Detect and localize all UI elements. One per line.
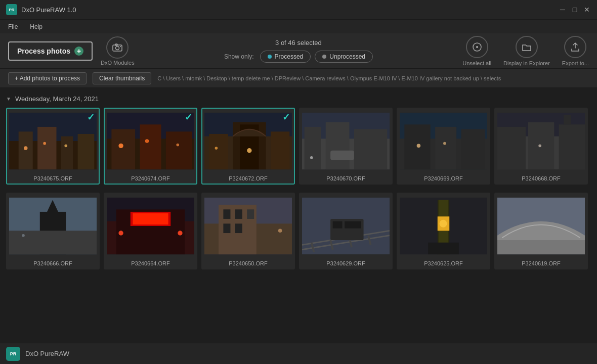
photo-thumbnail [497, 111, 585, 171]
unselect-all-icon [466, 36, 488, 58]
unprocessed-filter-button[interactable]: Unprocessed [315, 51, 373, 63]
date-header[interactable]: ▼ Wednesday, March 24, 2021 [4, 92, 593, 106]
process-photos-button[interactable]: Process photos + [8, 41, 93, 61]
svg-point-72 [278, 229, 282, 233]
svg-point-22 [176, 144, 179, 147]
chevron-down-icon: ▼ [6, 96, 11, 102]
toolbar: Process photos + DxO Modules 3 of 46 sel… [0, 33, 597, 69]
add-photos-button[interactable]: + Add photos to process [8, 72, 87, 84]
close-button[interactable]: ✕ [583, 6, 591, 14]
svg-rect-17 [111, 129, 135, 169]
breadcrumb: C \ Users \ mtomk \ Desktop \ temp delet… [157, 75, 589, 81]
table-row[interactable]: P3240619.ORF [494, 193, 588, 269]
svg-point-51 [538, 145, 541, 148]
export-icon [564, 36, 586, 58]
content-area[interactable]: ▼ Wednesday, March 24, 2021 ✓ [0, 88, 597, 343]
photo-thumbnail [9, 111, 97, 171]
photo-filename: P3240619.ORF [495, 260, 587, 266]
photo-grid-row1: ✓ P3240675.ORF [4, 106, 593, 187]
photo-filename: P3240674.ORF [105, 175, 196, 181]
svg-rect-10 [61, 136, 73, 169]
dxo-modules-icon [106, 36, 129, 59]
svg-point-63 [178, 231, 182, 235]
photo-filename: P3240675.ORF [7, 175, 99, 181]
selection-info: 3 of 46 selected [275, 39, 322, 47]
unprocessed-filter-label: Unprocessed [329, 53, 365, 60]
app-title-text: DxO PureRAW 1.0 [21, 6, 76, 14]
photo-filename: P3240629.ORF [300, 260, 392, 266]
svg-rect-70 [223, 223, 230, 233]
svg-rect-67 [223, 209, 230, 219]
date-group: ▼ Wednesday, March 24, 2021 ✓ [4, 92, 593, 271]
svg-rect-27 [209, 134, 228, 169]
toolbar-center: 3 of 46 selected Show only: Processed Un… [224, 39, 373, 63]
dxo-modules-button[interactable]: DxO Modules [101, 36, 135, 66]
svg-point-43 [417, 144, 420, 148]
svg-point-1 [116, 46, 119, 50]
svg-point-29 [247, 148, 251, 153]
photo-filename: P3240650.ORF [202, 260, 294, 266]
photo-filename: P3240664.ORF [105, 260, 196, 266]
minimize-button[interactable]: ─ [559, 6, 567, 14]
window-controls: ─ □ ✕ [559, 6, 591, 14]
photo-thumbnail [107, 111, 194, 171]
svg-point-3 [120, 46, 121, 47]
table-row[interactable]: P3240668.ORF [494, 108, 588, 185]
maximize-button[interactable]: □ [571, 6, 579, 14]
svg-rect-18 [140, 124, 161, 169]
photo-filename: P3240672.ORF [202, 175, 294, 181]
clear-thumbnails-button[interactable]: Clear thumbnails [93, 72, 151, 84]
unselect-all-button[interactable]: Unselect all [462, 36, 491, 66]
table-row[interactable]: P3240669.ORF [397, 108, 490, 185]
svg-rect-35 [354, 129, 387, 169]
svg-rect-19 [166, 131, 192, 169]
photo-thumbnail [400, 111, 487, 171]
filter-buttons: Show only: Processed Unprocessed [224, 51, 373, 63]
table-row[interactable]: P3240670.ORF [299, 108, 393, 185]
svg-rect-34 [326, 122, 350, 170]
table-row[interactable]: P3240650.ORF [201, 193, 295, 269]
photo-thumbnail [302, 196, 390, 256]
photo-thumbnail [9, 196, 97, 256]
svg-rect-28 [271, 131, 289, 169]
processed-filter-button[interactable]: Processed [260, 51, 311, 63]
svg-rect-69 [247, 209, 254, 219]
table-row[interactable]: ✓ P3240674.ORF [104, 108, 197, 185]
unprocessed-dot-icon [322, 55, 326, 59]
photo-thumbnail [302, 111, 390, 171]
svg-rect-41 [435, 127, 456, 169]
statusbar-logo: PR [6, 347, 20, 361]
table-row[interactable]: ✓ P3240672.ORF [201, 108, 295, 185]
photo-thumbnail [204, 196, 292, 256]
svg-rect-49 [559, 124, 585, 169]
table-row[interactable]: P3240664.ORF [104, 193, 197, 269]
display-explorer-button[interactable]: Display in Explorer [503, 36, 550, 66]
svg-point-21 [145, 139, 149, 143]
photo-filename: P3240668.ORF [495, 175, 587, 181]
table-row[interactable]: P3240625.ORF [397, 193, 490, 269]
toolbar-left: Process photos + DxO Modules [8, 36, 135, 66]
svg-rect-9 [37, 127, 56, 169]
svg-point-5 [476, 46, 478, 48]
svg-point-14 [64, 145, 67, 148]
actionbar: + Add photos to process Clear thumbnails… [0, 69, 597, 88]
statusbar: PR DxO PureRAW [0, 343, 597, 364]
titlebar: PR DxO PureRAW 1.0 ─ □ ✕ [0, 0, 597, 19]
photo-thumbnail [497, 196, 585, 256]
svg-rect-36 [330, 151, 354, 160]
svg-rect-8 [19, 131, 33, 169]
svg-rect-47 [497, 127, 526, 169]
photo-thumbnail [107, 196, 194, 256]
table-row[interactable]: ✓ P3240675.ORF [6, 108, 100, 185]
photo-grid-row2: P3240666.ORF P3240664.ORF [4, 191, 593, 271]
export-button[interactable]: Export to... [562, 36, 589, 66]
svg-point-37 [310, 156, 313, 159]
svg-point-62 [118, 231, 123, 235]
table-row[interactable]: P3240629.ORF [299, 193, 393, 269]
svg-rect-89 [497, 240, 585, 254]
checkmark-icon: ✓ [87, 112, 95, 123]
photo-filename: P3240669.ORF [398, 175, 489, 181]
menu-help[interactable]: Help [28, 22, 45, 31]
table-row[interactable]: P3240666.ORF [6, 193, 100, 269]
menu-file[interactable]: File [6, 22, 20, 31]
